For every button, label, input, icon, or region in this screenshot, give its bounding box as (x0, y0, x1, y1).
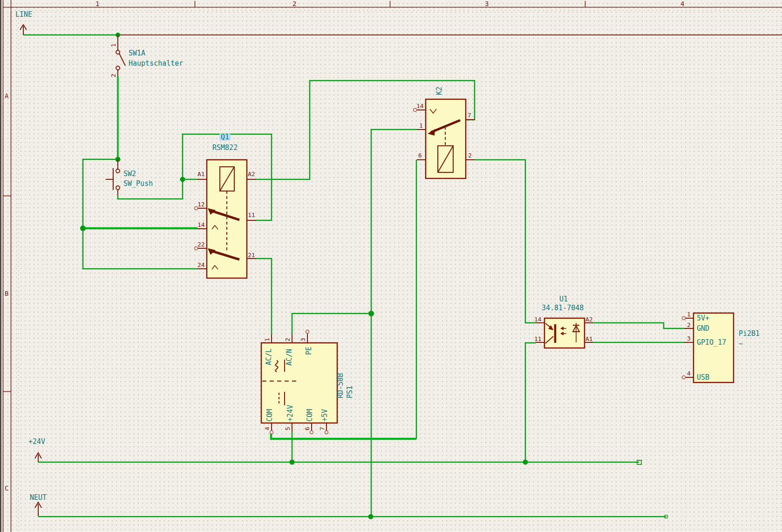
q1-ref[interactable]: Q1 (219, 134, 231, 141)
pi-pin-4: 4 (687, 370, 691, 376)
q1-pin-22: 22 (197, 241, 205, 247)
q1-pin-24: 24 (197, 262, 205, 268)
ps1-pin-3: 3 (300, 338, 306, 341)
component-bodies[interactable] (207, 99, 734, 423)
sw1-pin1-number: 1 (110, 43, 116, 47)
u1-ref[interactable]: U1 (559, 296, 568, 303)
pi-pin-3: 3 (687, 335, 691, 341)
ruler-row-a: A (5, 93, 8, 99)
schematic-graphics (0, 0, 782, 532)
sw2-value[interactable]: SW_Push (123, 180, 153, 187)
ruler-row-b: B (5, 290, 8, 297)
sw2-ref[interactable]: SW2 (123, 171, 136, 177)
k2-ref[interactable]: K2 (436, 87, 443, 95)
q1-pin-14: 14 (197, 222, 205, 228)
ruler-col-4: 4 (680, 0, 684, 7)
k2-pin-1: 1 (419, 123, 423, 129)
ps1-pin-name-com1: COM (266, 409, 273, 422)
ps1-pin-2: 2 (285, 338, 291, 341)
pi-pin-name-5v: 5V+ (697, 315, 709, 322)
ps1-pin-name-5v: +5V (321, 409, 328, 422)
ps1-pin-1: 1 (264, 338, 270, 341)
ps1-pin-7: 7 (319, 427, 325, 430)
pi-value[interactable]: ~ (739, 341, 743, 348)
grid-axis-lines (11, 10, 782, 532)
net-label-line[interactable]: LINE (15, 11, 32, 18)
schematic-canvas[interactable]: 1 2 3 4 A B C LINE +24V NEUT SW1A Haupts… (0, 0, 782, 532)
sw1-pin2-number: 2 (110, 74, 116, 77)
ps1-pin-name-pe: PE (306, 347, 313, 355)
wires[interactable] (23, 35, 684, 517)
u1-pin-14: 14 (534, 316, 542, 322)
q1-pin-a1: A1 (197, 171, 205, 177)
pi-pin-1: 1 (687, 311, 691, 317)
pi-pin-name-usb: USB (697, 374, 709, 381)
u1-value[interactable]: 34.81-7048 (542, 305, 584, 312)
ps1-pin-4: 4 (264, 427, 270, 430)
ps1-value[interactable]: RD-50B (337, 373, 344, 398)
k2-pin-7: 7 (468, 112, 471, 118)
sw1a-symbol (116, 50, 125, 70)
net-label-neut[interactable]: NEUT (30, 494, 47, 501)
ruler-col-2: 2 (292, 0, 296, 7)
component-pins[interactable] (118, 35, 694, 432)
ps1-pin-6: 6 (304, 427, 310, 430)
k2-pin-2: 2 (468, 152, 472, 158)
ruler-col-1: 1 (95, 0, 99, 7)
ps1-pin-name-24v: +24V (287, 405, 294, 422)
u1-pin-a1: A1 (585, 336, 593, 342)
ps1-ref[interactable]: PS1 (347, 386, 354, 398)
u1-body (544, 318, 585, 348)
pi-ref[interactable]: Pi2B1 (739, 330, 760, 337)
ruler-col-3: 3 (485, 0, 489, 7)
u1-pin-a2: A2 (585, 316, 593, 322)
k2-pin-6: 6 (418, 152, 422, 158)
ruler-row-c: C (5, 485, 8, 491)
q1-pin-11: 11 (248, 212, 255, 218)
q1-pin-12: 12 (197, 201, 205, 207)
pi-pin-2: 2 (687, 322, 691, 328)
q1-pin-a2: A2 (248, 171, 255, 177)
u1-pin-11: 11 (534, 336, 542, 342)
q1-value[interactable]: RSM822 (212, 144, 238, 151)
pi-pin-name-gpio17: GPIO_17 (697, 339, 726, 346)
k2-pin-14: 14 (416, 103, 424, 109)
ps1-pin-name-com2: COM (306, 409, 313, 422)
ps1-pin-5: 5 (285, 427, 291, 430)
ps1-pin-name-acn: AC/N (286, 349, 293, 366)
sw2-symbol (106, 168, 120, 190)
pi2b1-body (694, 313, 734, 382)
sw1-value[interactable]: Hauptschalter (129, 60, 183, 67)
net-label-24v[interactable]: +24V (28, 438, 45, 445)
ps1-pin-name-acl: AC/L (265, 348, 272, 365)
pi-pin-name-gnd: GND (697, 325, 709, 332)
sw1-ref[interactable]: SW1A (129, 50, 145, 57)
q1-pin-21: 21 (248, 252, 255, 258)
